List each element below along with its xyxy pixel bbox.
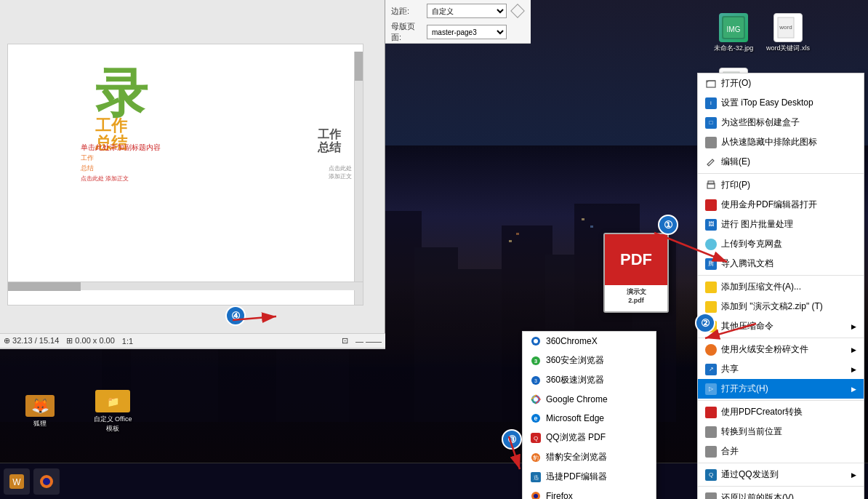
left-menu-360fast-label: 360极速浏览器 [546, 374, 604, 386]
svg-text:3: 3 [534, 378, 537, 383]
master-page-select[interactable]: master-page3 [427, 25, 507, 39]
left-menu-360safe-label: 360安全浏览器 [546, 354, 604, 367]
menu-open[interactable]: 打开(O) [698, 73, 864, 93]
menu-merge[interactable]: 合并 [698, 442, 864, 461]
menu-convert[interactable]: 转换到当前位置 [698, 422, 864, 442]
menu-qq-send[interactable]: Q 通过QQ发送到 [698, 465, 864, 484]
left-menu-xunjie[interactable]: 迅 迅捷PDF编辑器 [523, 467, 656, 487]
menu-add-zip[interactable]: 添加到压缩文件(A)... [698, 277, 864, 297]
slide-scrollbar-right[interactable] [354, 52, 363, 306]
left-menu-360chromex[interactable]: 360ChromeX [523, 332, 656, 351]
menu-other-zip-label: 其他压缩命令 [721, 320, 773, 332]
menu-box-label: 为这些图标创建盒子 [721, 116, 800, 129]
left-menu-360chromex-label: 360ChromeX [546, 336, 598, 346]
zip1-icon [705, 282, 717, 293]
svg-text:IMG: IMG [727, 25, 741, 33]
menu-share[interactable]: ↗ 共享 [698, 359, 864, 379]
sep2 [698, 275, 864, 276]
left-menu-chrome[interactable]: Google Chrome [523, 390, 656, 409]
office-icon: 📁 [107, 396, 119, 407]
desktop-icon-jpg[interactable]: IMG 未命名-32.jpg [708, 7, 759, 58]
menu-tencent[interactable]: 腾 导入腾讯文档 [698, 254, 864, 274]
left-icon-office[interactable]: 📁 自定义 Office模板 [84, 390, 142, 434]
menu-edit[interactable]: 编辑(E) [698, 152, 864, 172]
menu-share-label: 共享 [721, 363, 739, 375]
pdf-filename: 演示文2.pdf [624, 285, 648, 306]
context-menu-left: 360ChromeX 3 360安全浏览器 3 360极速浏览器 Google … [522, 331, 656, 499]
annotation-circle-4: ④ [225, 306, 246, 326]
menu-restore[interactable]: 还原以前的版本(V) [698, 488, 864, 499]
pdf-text: PDF [620, 250, 652, 269]
sep1 [698, 173, 864, 174]
menu-merge-label: 合并 [721, 445, 739, 458]
menu-print-label: 打印(P) [721, 179, 750, 191]
svg-point-62 [534, 494, 538, 498]
menu-itop[interactable]: i 设置 iTop Easy Desktop [698, 93, 864, 113]
zoom-slider[interactable]: — —— [355, 337, 382, 346]
desktop-icon-word[interactable]: word word关键词.xls [763, 7, 813, 58]
left-menu-edge[interactable]: e Microsoft Edge [523, 409, 656, 428]
annotation-circle-1: ① [658, 215, 678, 235]
taskbar-icon-2[interactable] [33, 468, 60, 495]
menu-itop-label: 设置 iTop Easy Desktop [721, 97, 813, 109]
360fast-icon: 3 [530, 375, 542, 386]
left-menu-liebao[interactable]: 豹 猎豹安全浏览器 [523, 447, 656, 467]
svg-text:word: word [779, 24, 792, 31]
border-select[interactable]: 自定义 [427, 4, 507, 18]
itop-icon: i [705, 97, 717, 109]
left-menu-360fast[interactable]: 3 360极速浏览器 [523, 370, 656, 390]
slide-scrollbar-bottom[interactable] [8, 282, 363, 290]
sep4 [698, 400, 864, 401]
box-icon: □ [705, 117, 717, 129]
pdf-thumbnail[interactable]: PDF 演示文2.pdf [603, 233, 669, 313]
menu-pdf-editor[interactable]: 使用金舟PDF编辑器打开 [698, 195, 864, 215]
slide-add-text2: 点击此处添加正文 [329, 164, 352, 180]
tencent-icon: 腾 [705, 258, 717, 270]
left-menu-chrome-label: Google Chrome [546, 394, 608, 404]
menu-convert-label: 转换到当前位置 [721, 426, 782, 438]
menu-img-batch[interactable]: 🖼 进行 图片批量处理 [698, 215, 864, 234]
fit-icon[interactable]: ⊡ [342, 336, 348, 346]
taskbar-icon-1[interactable]: W [4, 468, 30, 495]
menu-img-batch-label: 进行 图片批量处理 [721, 218, 793, 231]
slide-subtitle: 单击此处添加副标题内容 工作总结 点击此处 添加正文 [81, 143, 161, 183]
slide-canvas: 录 工作总结 单击此处添加副标题内容 工作总结 点击此处 添加正文 工作总结 点… [7, 44, 363, 306]
master-page-control-row: 母版页面: master-page3 [391, 21, 525, 43]
jpg-icon-label: 未命名-32.jpg [714, 44, 754, 52]
left-menu-liebao-label: 猎豹安全浏览器 [546, 451, 607, 463]
svg-point-73 [43, 478, 50, 485]
fire-icon [705, 344, 717, 356]
menu-fire[interactable]: 使用火绒安全粉碎文件 [698, 340, 864, 359]
left-menu-firefox[interactable]: Firefox [523, 487, 656, 499]
left-menu-qq-browser[interactable]: Q QQ浏览器 PDF [523, 428, 656, 447]
menu-exclude-label: 从快速隐藏中排除此图标 [721, 136, 817, 148]
context-menu-right: 打开(O) i 设置 iTop Easy Desktop □ 为这些图标创建盒子… [697, 73, 864, 499]
slide-editor: 边距: 自定义 母版页面: master-page3 录 工作总结 单击此处添加… [0, 0, 385, 335]
svg-rect-11 [451, 269, 509, 422]
annotation-circle-2: ② [695, 313, 715, 333]
slide-scrollbar-thumb[interactable] [355, 52, 363, 81]
slide-scrollbar-bottom-thumb[interactable] [8, 282, 81, 291]
menu-open-with[interactable]: ▷ 打开方式(H) [698, 379, 864, 399]
word-icon-label: word关键词.xls [766, 44, 810, 52]
share-icon: ↗ [705, 364, 717, 375]
menu-other-zip[interactable]: 其他压缩命令 [698, 316, 864, 336]
menu-pdf-creator[interactable]: 使用PDFCreator转换 [698, 402, 864, 422]
office-icon-box: 📁 [95, 390, 130, 412]
menu-exclude[interactable]: 从快速隐藏中排除此图标 [698, 132, 864, 152]
menu-pdf-editor-label: 使用金舟PDF编辑器打开 [721, 199, 817, 211]
sep6 [698, 486, 864, 487]
svg-text:W: W [12, 477, 21, 487]
sep5 [698, 463, 864, 463]
menu-print[interactable]: 打印(P) [698, 175, 864, 195]
menu-add-zip2[interactable]: 添加到 "演示文稿2.zip" (T) [698, 297, 864, 316]
menu-cloud-label: 上传到夸克网盘 [721, 238, 782, 250]
svg-rect-29 [582, 218, 584, 220]
menu-box[interactable]: □ 为这些图标创建盒子 [698, 113, 864, 132]
zoom-display: 1:1 [122, 337, 133, 346]
left-menu-360safe[interactable]: 3 360安全浏览器 [523, 351, 656, 370]
left-icon-fox[interactable]: 🦊 狐狸 [11, 390, 69, 434]
menu-cloud-upload[interactable]: 上传到夸克网盘 [698, 234, 864, 254]
svg-rect-28 [516, 233, 519, 235]
fox-icon-box: 🦊 [25, 395, 55, 417]
